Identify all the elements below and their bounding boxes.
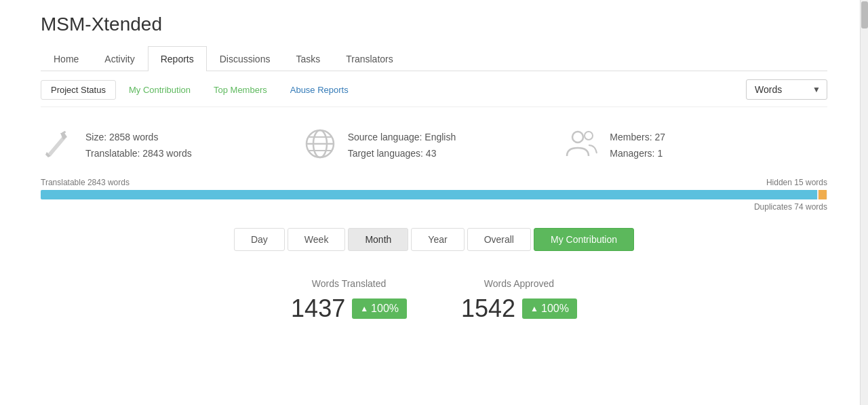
words-translated-label: Words Translated [291,278,407,289]
sub-nav: Project Status My Contribution Top Membe… [41,71,827,107]
words-translated-value-row: 1437 ▲ 100% [291,294,407,323]
words-approved-label: Words Approved [461,278,577,289]
progress-bar-yellow [818,190,827,199]
duplicates-label: Duplicates 74 words [754,202,827,212]
main-nav: Home Activity Reports Discussions Tasks … [41,46,827,71]
progress-labels: Translatable 2843 words Hidden 15 words [41,178,827,187]
members-label: Members: 27 [610,130,665,146]
translatable-label: Translatable: 2843 words [85,146,192,162]
svg-point-6 [572,132,583,142]
managers-label: Managers: 1 [610,146,665,162]
stat-size: Size: 2858 words Translatable: 2843 word… [41,128,303,164]
tab-discussions[interactable]: Discussions [207,46,283,71]
period-btn-year[interactable]: Year [411,228,464,251]
translatable-words-label: Translatable 2843 words [41,178,130,187]
sub-nav-right: Words Strings Phrases ▼ [746,79,827,100]
period-btn-overall[interactable]: Overall [467,228,531,251]
period-btn-week[interactable]: Week [288,228,346,251]
metric-words-approved: Words Approved 1542 ▲ 100% [461,278,577,323]
source-language-label: Source language: English [348,130,456,146]
sub-nav-items: Project Status My Contribution Top Membe… [41,80,746,100]
tab-reports[interactable]: Reports [148,46,207,71]
wrench-icon [41,128,75,164]
hidden-words-label: Hidden 15 words [766,178,827,187]
words-translated-pct: 100% [371,303,399,315]
period-buttons: Day Week Month Year Overall My Contribut… [41,228,827,251]
words-dropdown[interactable]: Words Strings Phrases [746,79,827,100]
sub-nav-abuse-reports[interactable]: Abuse Reports [280,80,359,100]
words-approved-number: 1542 [461,294,515,323]
words-translated-badge: ▲ 100% [352,298,407,319]
words-approved-badge: ▲ 100% [522,298,577,319]
words-translated-number: 1437 [291,294,345,323]
size-label: Size: 2858 words [85,130,192,146]
period-btn-my-contribution[interactable]: My Contribution [534,228,634,251]
sub-nav-my-contribution[interactable]: My Contribution [119,80,201,100]
target-languages-label: Target languages: 43 [348,146,456,162]
period-btn-month[interactable]: Month [348,228,408,251]
tab-translators[interactable]: Translators [333,46,406,71]
metrics-row: Words Translated 1437 ▲ 100% Words Appro… [41,271,827,330]
tab-activity[interactable]: Activity [92,46,147,71]
stat-size-text: Size: 2858 words Translatable: 2843 word… [85,130,192,162]
up-arrow-icon: ▲ [360,304,368,313]
people-icon [565,128,599,164]
stat-members: Members: 27 Managers: 1 [565,128,827,164]
sub-nav-top-members[interactable]: Top Members [203,80,277,100]
sub-nav-project-status[interactable]: Project Status [41,80,116,100]
words-approved-pct: 100% [541,303,569,315]
up-arrow-icon-2: ▲ [530,304,538,313]
globe-icon [303,128,337,164]
svg-point-7 [585,132,593,140]
progress-bar [41,190,827,199]
stat-language: Source language: English Target language… [303,128,566,164]
stat-language-text: Source language: English Target language… [348,130,456,162]
words-approved-value-row: 1542 ▲ 100% [461,294,577,323]
metric-words-translated: Words Translated 1437 ▲ 100% [291,278,407,323]
stat-members-text: Members: 27 Managers: 1 [610,130,665,162]
period-btn-day[interactable]: Day [234,228,285,251]
words-dropdown-wrapper: Words Strings Phrases ▼ [746,79,827,100]
progress-bottom-label: Duplicates 74 words [41,202,827,212]
tab-tasks[interactable]: Tasks [283,46,333,71]
project-title: MSM-Xtended [41,14,827,35]
stats-row: Size: 2858 words Translatable: 2843 word… [41,121,827,178]
progress-bar-blue [41,190,817,199]
tab-home[interactable]: Home [41,46,92,71]
progress-section: Translatable 2843 words Hidden 15 words … [41,178,827,212]
